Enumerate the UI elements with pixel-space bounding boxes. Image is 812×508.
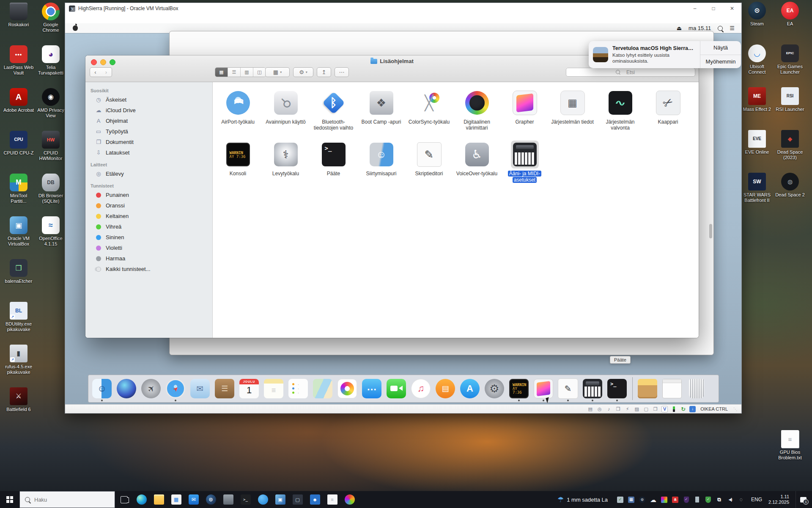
desktop-icon-recycle-bin[interactable]: Roskakori: [3, 2, 35, 44]
dock-item-mail[interactable]: ✉: [188, 375, 212, 402]
dock-item-reminders[interactable]: [286, 375, 310, 402]
desktop-icon-gpu-bios-txt[interactable]: ≡ GPU Bios Broblem.txt: [774, 429, 806, 472]
dock-item-notes[interactable]: ≡: [261, 375, 286, 402]
desktop-icon-cpu-z[interactable]: CPU CPUID CPU-Z: [3, 130, 35, 173]
sidebar-item-tag-yellow[interactable]: Keltainen: [85, 211, 212, 221]
taskbar-app-app-blue-round[interactable]: [254, 491, 272, 508]
utility-disk-utility[interactable]: ⚕ Levytyökalu: [262, 137, 310, 189]
tray-icon-onedrive[interactable]: ☁: [650, 496, 657, 503]
dock-item-launchpad[interactable]: ✈: [139, 375, 163, 402]
dock-item-messages[interactable]: …: [359, 375, 384, 402]
dock-item-maps[interactable]: [310, 375, 335, 402]
notification-center-icon[interactable]: ☰: [730, 25, 735, 31]
sidebar-item-tag-purple[interactable]: Violetti: [85, 243, 212, 253]
utility-script-editor[interactable]: ✎ Skriptieditori: [405, 137, 453, 189]
menubar-clock[interactable]: ma 15.11: [689, 25, 711, 31]
later-button[interactable]: Myöhemmin: [700, 55, 741, 69]
desktop-icon-amd-privacy[interactable]: ◉ AMD Privacy View: [35, 87, 67, 130]
utility-bluetooth-exchange[interactable]: ᛒ Bluetooth-tiedostojen vaihto: [310, 86, 357, 137]
dock-item-itunes[interactable]: ♫: [409, 375, 433, 402]
desktop-icon-hwmonitor[interactable]: HW CPUID HWMonitor: [35, 130, 67, 173]
desktop-icon-epic-games[interactable]: EPIC Epic Games Launcher: [774, 44, 806, 86]
language-indicator[interactable]: ENG: [749, 497, 765, 502]
vm-titlebar[interactable]: V HighSierra [Running] - Oracle VM Virtu…: [65, 3, 741, 14]
desktop-icon-google-chrome[interactable]: Google Chrome: [35, 2, 67, 44]
sidebar-item-tag-green[interactable]: Vihreä: [85, 221, 212, 232]
view-flow-button[interactable]: ◫: [253, 68, 266, 77]
tray-icon-screen-clip[interactable]: ◌: [738, 496, 745, 503]
desktop-icon-bdutility[interactable]: BL BDUtility.exe pikakuvake: [3, 301, 35, 344]
sidebar-item-tag-gray[interactable]: Harmaa: [85, 253, 212, 264]
utility-grapher[interactable]: Grapher: [501, 86, 549, 137]
task-view-button[interactable]: [115, 491, 133, 508]
dock-item-console[interactable]: WARNINAY 7:36: [507, 375, 531, 402]
close-button[interactable]: ✕: [723, 3, 741, 14]
utility-grab[interactable]: ✂ Kaappari: [644, 86, 692, 137]
sidebar-item-downloads[interactable]: ⇩Lataukset: [85, 147, 212, 158]
dock-item-ibooks[interactable]: ▤: [433, 375, 458, 402]
desktop-icon-balena-etcher[interactable]: ❒ balenaEtcher: [3, 258, 35, 301]
desktop-icon-rufus[interactable]: ▮ rufus-4.5.exe pikakuvake: [3, 344, 35, 387]
desktop-icon-telia[interactable]: ◕ Telia Turvapaketti: [35, 44, 67, 87]
dock-item-photos[interactable]: [335, 375, 359, 402]
taskbar-app-outlook[interactable]: ✉: [185, 491, 202, 508]
finder-search-input[interactable]: [566, 68, 695, 77]
desktop-icon-mass-effect-2[interactable]: ME Mass Effect 2: [741, 86, 773, 129]
dock-item-safari[interactable]: ➤: [163, 375, 188, 402]
dock-item-audio-midi-setup[interactable]: [580, 375, 605, 402]
sidebar-item-all-tags[interactable]: Kaikki tunnisteet...: [85, 264, 212, 274]
vm-status-icon-usb-devices[interactable]: ⚡: [624, 406, 631, 412]
tray-icon-defender[interactable]: ✓: [705, 496, 712, 503]
taskbar-app-monitor-app[interactable]: ▢: [289, 491, 306, 508]
forward-button[interactable]: ›: [101, 67, 112, 77]
vm-status-icon-display[interactable]: ▢: [643, 406, 649, 412]
sidebar-item-tag-red[interactable]: Punainen: [85, 190, 212, 200]
desktop-icon-ubisoft-connect[interactable]: ◡ Ubisoft Connect: [741, 44, 773, 86]
vm-status-icon-audio[interactable]: ♪: [606, 406, 612, 412]
desktop-icon-minitool[interactable]: M MiniTool Partiti...: [3, 173, 35, 215]
sidebar-item-tag-orange[interactable]: Oranssi: [85, 200, 212, 211]
utility-voiceover-utility[interactable]: ♿ VoiceOver-työkalu: [453, 137, 501, 189]
taskbar-app-color-app[interactable]: [341, 491, 358, 508]
taskbar-app-steam[interactable]: ⊙: [202, 491, 219, 508]
desktop-icon-battlefield-6[interactable]: ⚔ Battlefield 6: [3, 387, 35, 429]
back-button[interactable]: ‹: [90, 67, 101, 77]
desktop-icon-eve-online[interactable]: EVE EVE Online: [741, 129, 773, 172]
sidebar-item-applications[interactable]: AOhjelmat: [85, 116, 212, 126]
taskbar-app-notepad[interactable]: ≡: [324, 491, 341, 508]
taskbar-app-edge[interactable]: [133, 491, 150, 508]
eject-icon[interactable]: ⏏: [677, 25, 682, 31]
taskbar-app-console-app[interactable]: >_: [237, 491, 254, 508]
view-grid-button[interactable]: ▦: [215, 68, 228, 77]
sidebar-item-icloud-drive[interactable]: ☁iCloud Drive: [85, 105, 212, 116]
taskbar-app-microsoft-store[interactable]: ▦: [167, 491, 185, 508]
utility-colorsync-utility[interactable]: ╳ ColorSync-työkalu: [405, 86, 453, 137]
share-button[interactable]: ↥: [317, 67, 331, 77]
tray-icon-steam-tray[interactable]: ⊙: [639, 496, 646, 503]
sidebar-item-recents[interactable]: ◷Äskeiset: [85, 94, 212, 105]
maximize-button[interactable]: □: [704, 3, 723, 14]
vm-status-icon-network[interactable]: ❒: [615, 406, 621, 412]
view-list-button[interactable]: ☰: [228, 68, 240, 77]
dock-item-siri[interactable]: [114, 375, 139, 402]
dock-item-system-preferences[interactable]: ⚙: [482, 375, 507, 402]
utility-boot-camp[interactable]: ❖ Boot Camp -apuri: [357, 86, 405, 137]
start-button[interactable]: [0, 491, 19, 508]
scrollbar-thumb[interactable]: [709, 224, 712, 238]
taskbar-search-input[interactable]: [33, 496, 99, 503]
taskbar-app-virtualbox[interactable]: ▣: [272, 491, 289, 508]
dock-item-calendar[interactable]: JOULU1: [237, 375, 261, 402]
desktop-icon-lastpass[interactable]: ••• LastPass Web Vault: [3, 44, 35, 87]
dock-item-grapher[interactable]: [531, 375, 556, 402]
tray-icon-usb-eject[interactable]: [694, 496, 701, 503]
tray-icon-network[interactable]: ⧉: [716, 496, 723, 503]
dock-item-divider[interactable]: [629, 375, 635, 402]
desktop-icon-virtualbox[interactable]: ▣ Oracle VM VirtualBox: [3, 215, 35, 258]
desktop-icon-dead-space-2023[interactable]: ◆ Dead Space (2023): [774, 129, 806, 172]
utility-console[interactable]: WARNINAY 7:36 Konsoli: [214, 137, 262, 189]
utility-audio-midi-setup[interactable]: Ääni- ja MIDI-asetukset: [501, 137, 549, 189]
vm-status-icon-shared-folders[interactable]: ▨: [634, 406, 640, 412]
utility-terminal[interactable]: >_ Pääte: [310, 137, 357, 189]
dock-item-facetime[interactable]: [384, 375, 409, 402]
utility-activity-monitor[interactable]: ∿ Järjestelmän valvonta: [596, 86, 644, 137]
